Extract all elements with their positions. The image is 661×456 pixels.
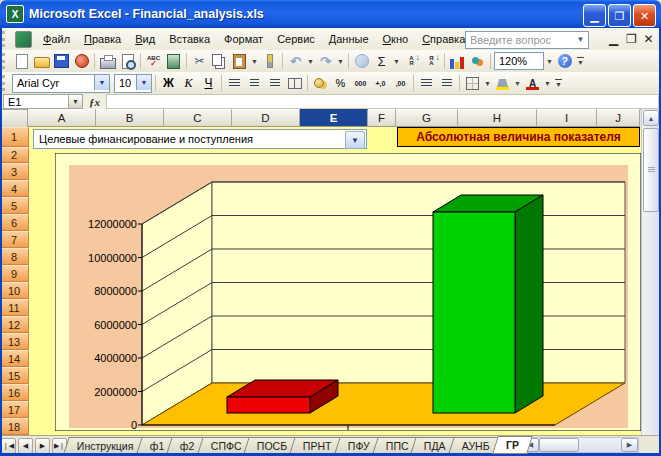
copy-button[interactable]: [210, 52, 229, 70]
row-header[interactable]: 6: [0, 214, 29, 231]
row-header[interactable]: 10: [0, 282, 29, 299]
help-button[interactable]: ?: [555, 52, 574, 70]
autosum-button[interactable]: Σ: [372, 52, 391, 70]
select-all-corner[interactable]: [0, 109, 28, 129]
scroll-right-button[interactable]: ▶: [621, 438, 638, 452]
underline-button[interactable]: Ч: [199, 74, 218, 92]
bar-green[interactable]: [433, 195, 543, 413]
autosum-dropdown-icon[interactable]: ▼: [392, 52, 401, 70]
redo-dropdown-icon[interactable]: ▼: [336, 52, 345, 70]
column-header-j[interactable]: J: [597, 109, 640, 127]
row-header[interactable]: 7: [0, 231, 29, 248]
column-header-f[interactable]: F: [368, 109, 396, 127]
sheet-tab[interactable]: Инструкция: [63, 437, 147, 454]
chart-object[interactable]: 12000000 10000000 8000000 6000000 400000…: [55, 153, 641, 431]
percent-format-button[interactable]: %: [331, 74, 350, 92]
row-header[interactable]: 16: [0, 384, 29, 401]
borders-button[interactable]: [463, 74, 482, 92]
row-header[interactable]: 11: [0, 299, 29, 316]
column-header-a[interactable]: A: [28, 109, 96, 127]
title-bar[interactable]: X Microsoft Excel - Financial_analysis.x…: [0, 0, 661, 28]
toolbar-grip[interactable]: [2, 75, 9, 91]
menu-data[interactable]: Данные: [322, 30, 376, 48]
row-header[interactable]: 4: [0, 180, 29, 197]
cut-button[interactable]: ✂: [190, 52, 209, 70]
toolbar-grip[interactable]: [2, 31, 9, 47]
toolbar-options-chevron[interactable]: ▼: [553, 74, 564, 92]
merge-center-button[interactable]: [285, 74, 304, 92]
close-button[interactable]: ✕: [633, 4, 656, 27]
paste-dropdown-icon[interactable]: ▼: [250, 52, 259, 70]
name-box[interactable]: E1: [3, 94, 69, 109]
row-header[interactable]: 2: [0, 147, 29, 163]
sort-ascending-button[interactable]: А Я ↓: [402, 52, 421, 70]
save-button[interactable]: [52, 52, 71, 70]
scroll-up-button[interactable]: ▲: [643, 110, 659, 126]
print-preview-button[interactable]: [118, 52, 137, 70]
prev-sheet-button[interactable]: ◀: [18, 438, 33, 454]
doc-close-button[interactable]: ✕: [641, 32, 656, 46]
font-dropdown-icon[interactable]: ▼: [94, 75, 109, 90]
maximize-button[interactable]: ❐: [608, 4, 631, 27]
minimize-button[interactable]: ▁: [583, 4, 606, 27]
align-center-button[interactable]: [245, 74, 264, 92]
spelling-button[interactable]: ABC ✓: [144, 52, 163, 70]
column-header-h[interactable]: H: [458, 109, 537, 127]
row-header[interactable]: 13: [0, 333, 29, 350]
sheet-tab-active[interactable]: ГР: [492, 436, 533, 454]
workbook-icon[interactable]: [15, 31, 32, 48]
row-header[interactable]: 8: [0, 248, 29, 265]
row-header[interactable]: 3: [0, 163, 29, 180]
insert-function-button[interactable]: ƒx: [89, 96, 100, 108]
combobox-dropdown-icon[interactable]: ▼: [345, 131, 365, 149]
menu-file[interactable]: Файл: [36, 30, 77, 48]
drawing-button[interactable]: [468, 52, 487, 70]
size-dropdown-icon[interactable]: ▼: [136, 75, 151, 90]
row-header[interactable]: 17: [0, 401, 29, 418]
insert-hyperlink-button[interactable]: [352, 52, 371, 70]
align-right-button[interactable]: [265, 74, 284, 92]
menu-insert[interactable]: Вставка: [162, 30, 217, 48]
currency-format-button[interactable]: [311, 74, 330, 92]
menu-view[interactable]: Вид: [128, 30, 162, 48]
font-color-button[interactable]: А: [523, 74, 542, 92]
row-header[interactable]: 18: [0, 418, 29, 435]
column-header-d[interactable]: D: [232, 109, 300, 127]
print-button[interactable]: [98, 52, 117, 70]
column-header-b[interactable]: B: [96, 109, 164, 127]
chart-wizard-button[interactable]: [448, 51, 467, 72]
menu-edit[interactable]: Правка: [77, 30, 128, 48]
row-header[interactable]: 9: [0, 265, 29, 282]
italic-button[interactable]: К: [179, 74, 198, 92]
column-header-e-selected[interactable]: E: [300, 109, 368, 127]
row-header[interactable]: 5: [0, 197, 29, 214]
font-name-select[interactable]: Arial Cyr ▼: [12, 74, 110, 93]
indicator-combobox[interactable]: Целевые финансирование и поступления ▼: [33, 129, 367, 149]
decrease-indent-button[interactable]: [417, 74, 436, 92]
column-header-g[interactable]: G: [396, 109, 458, 127]
horizontal-scrollbar[interactable]: ◀ ▶: [521, 437, 639, 453]
format-painter-button[interactable]: [260, 52, 279, 70]
sort-descending-button[interactable]: Я А ↓: [422, 52, 441, 70]
permission-button[interactable]: [72, 52, 91, 70]
toolbar-options-chevron[interactable]: ▼: [575, 52, 586, 70]
row-header[interactable]: 12: [0, 316, 29, 333]
menu-format[interactable]: Формат: [217, 30, 270, 48]
toolbar-grip[interactable]: [2, 53, 9, 69]
column-header-i[interactable]: I: [537, 109, 597, 127]
vertical-scroll-thumb[interactable]: [643, 128, 659, 212]
doc-minimize-button[interactable]: ▁: [606, 32, 621, 46]
row-header[interactable]: 15: [0, 367, 29, 384]
name-box-dropdown-icon[interactable]: ▼: [69, 94, 83, 109]
new-document-button[interactable]: [12, 52, 31, 70]
font-color-dropdown-icon[interactable]: ▼: [543, 74, 552, 92]
menu-window[interactable]: Окно: [376, 30, 416, 48]
title-cell[interactable]: Абсолютная величина показателя: [397, 127, 640, 147]
fill-color-dropdown-icon[interactable]: ▼: [513, 74, 522, 92]
undo-dropdown-icon[interactable]: ▼: [306, 52, 315, 70]
align-left-button[interactable]: [225, 74, 244, 92]
question-dropdown-icon[interactable]: ▼: [574, 33, 587, 45]
ask-question-input[interactable]: Введите вопрос ▼: [465, 31, 589, 49]
open-button[interactable]: [32, 52, 51, 70]
research-button[interactable]: [164, 52, 183, 70]
